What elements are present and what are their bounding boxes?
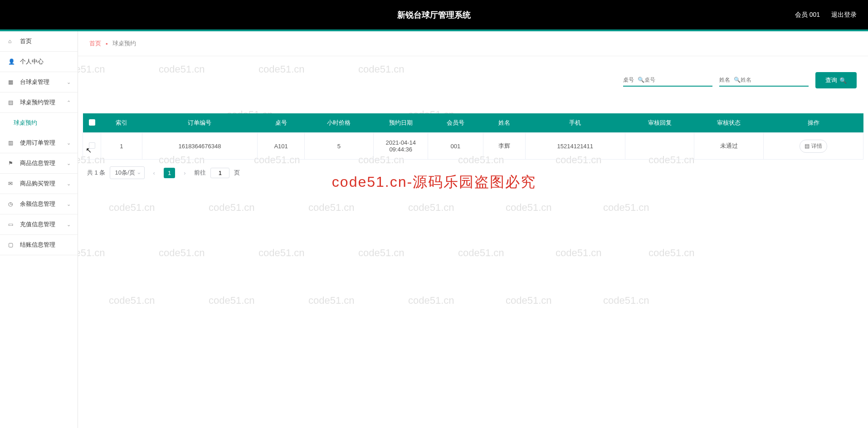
header-checkbox[interactable]	[83, 113, 101, 133]
sidebar-label: 球桌预约管理	[20, 98, 55, 107]
header-review-reply: 审核回复	[625, 113, 694, 133]
user-label[interactable]: 会员 001	[795, 11, 820, 19]
goto-label: 前往	[194, 169, 206, 177]
prev-page-button[interactable]: ‹	[149, 168, 159, 178]
sidebar: ⌂ 首页 👤 个人中心 ▦ 台球桌管理 ⌄ ▤ 球桌预约管理 ⌃ 球桌预约 ▥ …	[0, 31, 78, 428]
sidebar-item-balance[interactable]: ◷ 余额信息管理 ⌄	[0, 194, 78, 214]
sidebar-label: 余额信息管理	[20, 200, 55, 208]
order-icon: ▥	[8, 140, 15, 146]
search-group-table-no: 桌号 🔍	[623, 74, 712, 87]
search-label-name: 姓名	[719, 76, 730, 84]
cell-action: ▤ 详情	[764, 133, 863, 160]
query-label: 查询	[825, 76, 837, 84]
header-order-no: 订单编号	[142, 113, 258, 133]
app-title: 新锐台球厅管理系统	[397, 10, 471, 20]
user-icon: 👤	[8, 58, 15, 65]
breadcrumb: 首页 ▪ 球桌预约	[78, 31, 868, 56]
sidebar-item-product-buy[interactable]: ✉ 商品购买管理 ⌄	[0, 174, 78, 194]
pagination: 共 1 条 10条/页 ⌄ ‹ 1 › 前往 页	[83, 160, 863, 186]
detail-button[interactable]: ▤ 详情	[800, 140, 827, 153]
sidebar-item-home[interactable]: ⌂ 首页	[0, 31, 78, 52]
cell-review-reply	[625, 133, 694, 160]
chevron-down-icon: ⌄	[137, 169, 141, 175]
goto-page-input[interactable]	[210, 168, 229, 178]
sidebar-label: 商品信息管理	[20, 159, 55, 167]
chevron-down-icon: ⌄	[67, 160, 71, 166]
app-header: 新锐台球厅管理系统 会员 001 退出登录	[0, 0, 868, 29]
data-table: 索引 订单编号 桌号 小时价格 预约日期 会员号 姓名 手机 审核回复 审核状态…	[83, 113, 863, 160]
sidebar-item-checkout[interactable]: ▢ 结账信息管理	[0, 235, 78, 255]
receipt-icon: ▢	[8, 242, 15, 248]
page-suffix: 页	[234, 169, 240, 177]
cell-name: 李辉	[483, 133, 525, 160]
total-count: 共 1 条	[87, 169, 105, 177]
sidebar-label: 首页	[20, 37, 32, 45]
search-input-table-no[interactable]	[644, 77, 712, 83]
sidebar-item-table-mgmt[interactable]: ▦ 台球桌管理 ⌄	[0, 72, 78, 92]
header-table-no: 桌号	[258, 113, 304, 133]
cell-index: 1	[101, 133, 142, 160]
sidebar-item-personal[interactable]: 👤 个人中心	[0, 52, 78, 72]
header-action: 操作	[764, 113, 863, 133]
search-icon: 🔍	[839, 77, 847, 84]
breadcrumb-separator-icon: ▪	[106, 40, 108, 47]
header-review-status: 审核状态	[694, 113, 764, 133]
cell-table-no: A101	[258, 133, 304, 160]
doc-icon: ▤	[805, 143, 809, 149]
cell-phone: 15214121411	[525, 133, 625, 160]
sidebar-item-reservation-mgmt[interactable]: ▤ 球桌预约管理 ⌃	[0, 92, 78, 113]
header-name: 姓名	[483, 113, 525, 133]
cell-reserve-date: 2021-04-14 09:44:36	[374, 133, 428, 160]
chevron-up-icon: ⌃	[67, 100, 71, 106]
grid-icon: ▦	[8, 79, 15, 85]
sidebar-label: 使用订单管理	[20, 139, 55, 147]
search-icon: 🔍	[734, 77, 741, 83]
sidebar-label: 结账信息管理	[20, 241, 55, 249]
table-container: 索引 订单编号 桌号 小时价格 预约日期 会员号 姓名 手机 审核回复 审核状态…	[78, 95, 868, 186]
sidebar-item-product-info[interactable]: ⚑ 商品信息管理 ⌄	[0, 153, 78, 174]
chevron-down-icon: ⌄	[67, 140, 71, 146]
chevron-down-icon: ⌄	[67, 79, 71, 85]
main-content: 首页 ▪ 球桌预约 桌号 🔍 姓名 🔍 查询 🔍	[78, 31, 868, 428]
header-hour-price: 小时价格	[304, 113, 373, 133]
mail-icon: ✉	[8, 180, 15, 187]
breadcrumb-home[interactable]: 首页	[89, 39, 101, 48]
home-icon: ⌂	[8, 38, 15, 44]
table-row: 1 1618364676348 A101 5 2021-04-14 09:44:…	[83, 133, 863, 160]
card-icon: ▭	[8, 221, 15, 228]
chevron-down-icon: ⌄	[67, 181, 71, 187]
detail-label: 详情	[811, 142, 822, 150]
breadcrumb-current: 球桌预约	[112, 39, 136, 48]
search-icon: 🔍	[638, 77, 644, 83]
logout-link[interactable]: 退出登录	[831, 11, 857, 19]
next-page-button[interactable]: ›	[180, 168, 190, 178]
search-input-name[interactable]	[741, 77, 809, 83]
row-checkbox[interactable]	[83, 133, 101, 160]
flag-icon: ⚑	[8, 160, 15, 166]
page-number-1[interactable]: 1	[164, 168, 175, 178]
search-group-name: 姓名 🔍	[719, 74, 809, 87]
query-button[interactable]: 查询 🔍	[815, 72, 857, 88]
cell-member-no: 001	[428, 133, 483, 160]
clock-icon: ◷	[8, 201, 15, 207]
cell-hour-price: 5	[304, 133, 373, 160]
cell-review-status: 未通过	[694, 133, 764, 160]
sidebar-label: 个人中心	[20, 58, 44, 66]
sidebar-label: 商品购买管理	[20, 180, 55, 188]
chevron-down-icon: ⌄	[67, 201, 71, 207]
sidebar-subitem-reservation[interactable]: 球桌预约	[0, 113, 78, 133]
sidebar-label: 球桌预约	[14, 119, 37, 127]
search-label-table-no: 桌号	[623, 76, 634, 84]
cell-order-no: 1618364676348	[142, 133, 258, 160]
header-index: 索引	[101, 113, 142, 133]
sidebar-label: 充值信息管理	[20, 220, 55, 229]
header-reserve-date: 预约日期	[374, 113, 428, 133]
page-size-select[interactable]: 10条/页 ⌄	[110, 166, 144, 179]
sidebar-label: 台球桌管理	[20, 78, 49, 86]
sidebar-item-recharge[interactable]: ▭ 充值信息管理 ⌄	[0, 214, 78, 235]
search-row: 桌号 🔍 姓名 🔍 查询 🔍	[78, 56, 868, 95]
header-member-no: 会员号	[428, 113, 483, 133]
sidebar-item-order-mgmt[interactable]: ▥ 使用订单管理 ⌄	[0, 133, 78, 153]
chevron-down-icon: ⌄	[67, 222, 71, 228]
list-icon: ▤	[8, 99, 15, 106]
